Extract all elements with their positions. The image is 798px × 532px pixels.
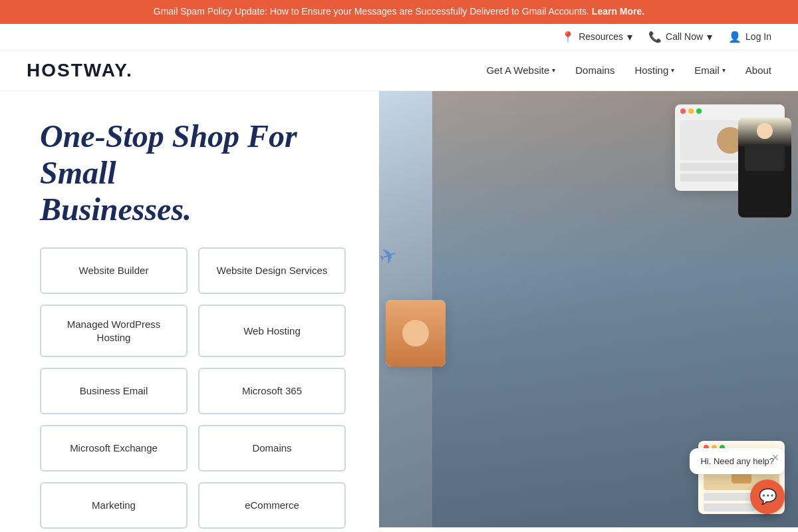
service-website-design[interactable]: Website Design Services: [198, 247, 346, 294]
chat-button-icon: 💬: [759, 488, 777, 505]
floating-man-figure: [738, 118, 798, 224]
call-now-label: Call Now: [666, 31, 703, 42]
service-managed-wordpress[interactable]: Managed WordPress Hosting: [40, 305, 188, 357]
dot-red: [680, 108, 686, 114]
logo-text: HOSTWAY.: [27, 60, 133, 80]
chat-message: Hi. Need any help?: [700, 456, 774, 466]
logo[interactable]: HOSTWAY.: [27, 60, 133, 81]
service-marketing[interactable]: Marketing: [40, 482, 188, 529]
main-nav-links: Get A Website ▾ Domains Hosting ▾ Email …: [486, 65, 771, 76]
phone-icon: 📞: [648, 31, 662, 43]
call-chevron-icon: ▾: [707, 31, 712, 43]
resources-label: Resources: [579, 31, 623, 42]
banner-text: Gmail Spam Policy Update: How to Ensure …: [154, 6, 589, 17]
call-now-nav-item[interactable]: 📞 Call Now ▾: [648, 31, 712, 43]
top-utility-nav: 📍 Resources ▾ 📞 Call Now ▾ 👤 Log In: [0, 24, 798, 51]
card-line-2: [680, 174, 746, 182]
nav-hosting[interactable]: Hosting ▾: [634, 65, 674, 76]
nav-about[interactable]: About: [745, 65, 771, 76]
dot-yellow: [688, 108, 694, 114]
service-domains[interactable]: Domains: [198, 425, 346, 471]
hero-title: One-Stop Shop For Small Businesses.: [40, 118, 346, 228]
left-section: One-Stop Shop For Small Businesses. Webs…: [0, 91, 379, 527]
chat-close-button[interactable]: ✕: [771, 452, 779, 463]
email-chevron-icon: ▾: [722, 66, 726, 74]
hosting-chevron-icon: ▾: [671, 66, 674, 74]
service-website-builder[interactable]: Website Builder: [40, 247, 188, 294]
nav-domains[interactable]: Domains: [575, 65, 614, 76]
resources-chevron-icon: ▾: [627, 31, 632, 43]
services-grid: Website Builder Website Design Services …: [40, 247, 346, 529]
login-nav-item[interactable]: 👤 Log In: [728, 31, 771, 43]
top-banner: Gmail Spam Policy Update: How to Ensure …: [0, 0, 798, 24]
main-content: One-Stop Shop For Small Businesses. Webs…: [0, 91, 798, 527]
service-microsoft-exchange[interactable]: Microsoft Exchange: [40, 425, 188, 471]
resources-nav-item[interactable]: 📍 Resources ▾: [561, 31, 632, 43]
service-ecommerce[interactable]: eCommerce: [198, 482, 346, 529]
banner-link[interactable]: Learn More.: [592, 6, 644, 17]
main-nav: HOSTWAY. Get A Website ▾ Domains Hosting…: [0, 51, 798, 91]
service-business-email[interactable]: Business Email: [40, 368, 188, 414]
service-microsoft-365[interactable]: Microsoft 365: [198, 368, 346, 414]
login-label: Log In: [745, 31, 771, 42]
nav-email[interactable]: Email ▾: [694, 65, 726, 76]
chat-open-button[interactable]: 💬: [750, 479, 785, 514]
service-web-hosting[interactable]: Web Hosting: [198, 305, 346, 357]
bot-card-line-2: [704, 503, 755, 511]
nav-get-a-website[interactable]: Get A Website ▾: [486, 65, 555, 76]
dot-green: [696, 108, 702, 114]
get-website-chevron-icon: ▾: [552, 66, 555, 74]
chat-bubble: ✕ Hi. Need any help?: [690, 448, 785, 474]
user-icon: 👤: [728, 31, 741, 43]
floating-card-video: [386, 300, 446, 366]
location-icon: 📍: [561, 31, 575, 43]
hero-image-section: ✈ ✕ Hi. Need any help? 💬: [379, 91, 798, 527]
